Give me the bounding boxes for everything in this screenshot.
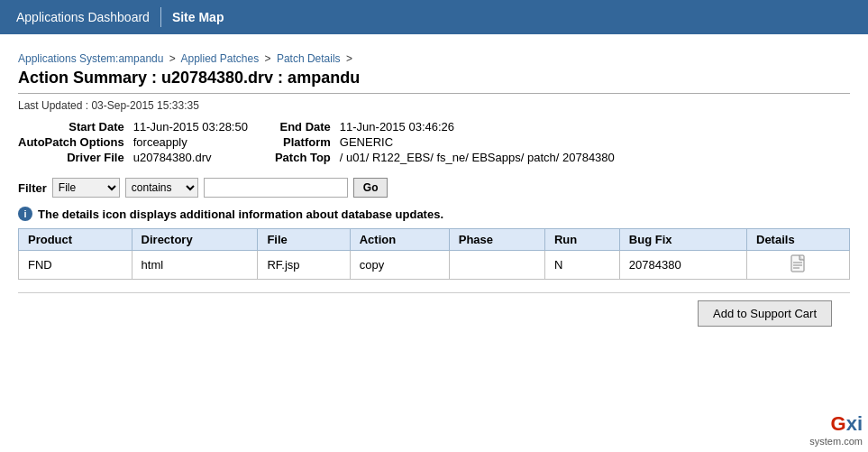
platform-label: Platform [275, 134, 336, 150]
driver-file-value: u20784380.drv [130, 150, 275, 165]
autopatch-label: AutoPatch Options [18, 134, 130, 150]
filter-field-select[interactable]: File Product Directory Action Phase Run … [52, 178, 120, 198]
top-navigation: Applications Dashboard Site Map [0, 0, 868, 36]
nav-applications-dashboard[interactable]: Applications Dashboard [7, 10, 159, 24]
footer-domain: system.com [809, 436, 863, 447]
go-button[interactable]: Go [353, 178, 388, 198]
patch-top-label: Patch Top [275, 150, 336, 165]
filter-input[interactable] [204, 178, 348, 198]
document-icon[interactable] [790, 262, 807, 275]
info-row: i The details icon displays additional i… [18, 207, 850, 221]
col-directory: Directory [132, 229, 258, 251]
footer-g: G [831, 412, 846, 436]
patch-top-value: / u01/ R122_EBS/ fs_ne/ EBSapps/ patch/ … [336, 150, 642, 165]
cell-action: copy [350, 251, 449, 280]
col-run: Run [544, 229, 619, 251]
breadcrumb: Applications System:ampandu > Applied Pa… [18, 52, 850, 65]
start-date-value: 11-Jun-2015 03:28:50 [130, 119, 275, 134]
end-date-label: End Date [275, 119, 336, 134]
details-col-right: End Date 11-Jun-2015 03:46:26 Platform G… [275, 119, 642, 165]
page-title: Action Summary : u20784380.drv : ampandu [18, 69, 850, 94]
col-action: Action [350, 229, 449, 251]
platform-row: Platform GENERIC [275, 134, 642, 150]
bottom-bar: Add to Support Cart [18, 292, 850, 330]
breadcrumb-sep-2: > [265, 52, 271, 65]
end-date-value: 11-Jun-2015 03:46:26 [336, 119, 642, 134]
driver-file-row: Driver File u20784380.drv [18, 150, 275, 165]
autopatch-row: AutoPatch Options forceapply [18, 134, 275, 150]
filter-condition-select[interactable]: contains equals starts with ends with [125, 178, 198, 198]
col-bugfix: Bug Fix [619, 229, 746, 251]
breadcrumb-applied-patches[interactable]: Applied Patches [180, 52, 259, 65]
table-header-row: Product Directory File Action Phase Run … [19, 229, 850, 251]
patch-top-row: Patch Top / u01/ R122_EBS/ fs_ne/ EBSapp… [275, 150, 642, 165]
autopatch-value: forceapply [130, 134, 275, 150]
col-details: Details [747, 229, 850, 251]
platform-value: GENERIC [336, 134, 642, 150]
breadcrumb-patch-details[interactable]: Patch Details [277, 52, 341, 65]
end-date-row: End Date 11-Jun-2015 03:46:26 [275, 119, 642, 134]
nav-divider [160, 7, 161, 27]
nav-site-map[interactable]: Site Map [163, 10, 233, 24]
start-date-label: Start Date [18, 119, 130, 134]
last-updated: Last Updated : 03-Sep-2015 15:33:35 [18, 99, 850, 112]
col-product: Product [19, 229, 132, 251]
cell-details[interactable] [747, 251, 850, 280]
cell-bugfix: 20784380 [619, 251, 746, 280]
footer-xi: xi [846, 412, 863, 436]
breadcrumb-sep-3: > [346, 52, 352, 65]
footer-watermark: G xi system.com [809, 412, 863, 447]
cell-file: RF.jsp [258, 251, 350, 280]
details-section: Start Date 11-Jun-2015 03:28:50 AutoPatc… [18, 119, 850, 165]
data-table: Product Directory File Action Phase Run … [18, 228, 850, 280]
info-icon: i [18, 207, 32, 221]
filter-bar: Filter File Product Directory Action Pha… [18, 178, 850, 198]
breadcrumb-system[interactable]: Applications System:ampandu [18, 52, 163, 65]
cell-directory: html [132, 251, 258, 280]
col-phase: Phase [449, 229, 544, 251]
info-message: The details icon displays additional inf… [38, 208, 443, 221]
add-to-support-cart-button[interactable]: Add to Support Cart [698, 300, 832, 327]
col-file: File [258, 229, 350, 251]
table-row: FNDhtmlRF.jspcopyN20784380 [19, 251, 850, 280]
svg-rect-0 [791, 255, 804, 272]
cell-product: FND [19, 251, 132, 280]
details-columns: Start Date 11-Jun-2015 03:28:50 AutoPatc… [18, 119, 850, 165]
start-date-row: Start Date 11-Jun-2015 03:28:50 [18, 119, 275, 134]
cell-phase [449, 251, 544, 280]
cell-run: N [544, 251, 619, 280]
breadcrumb-sep-1: > [169, 52, 176, 65]
details-col-left: Start Date 11-Jun-2015 03:28:50 AutoPatc… [18, 119, 275, 165]
filter-label: Filter [18, 181, 47, 195]
main-content: Applications System:ampandu > Applied Pa… [0, 36, 868, 339]
driver-file-label: Driver File [18, 150, 130, 165]
